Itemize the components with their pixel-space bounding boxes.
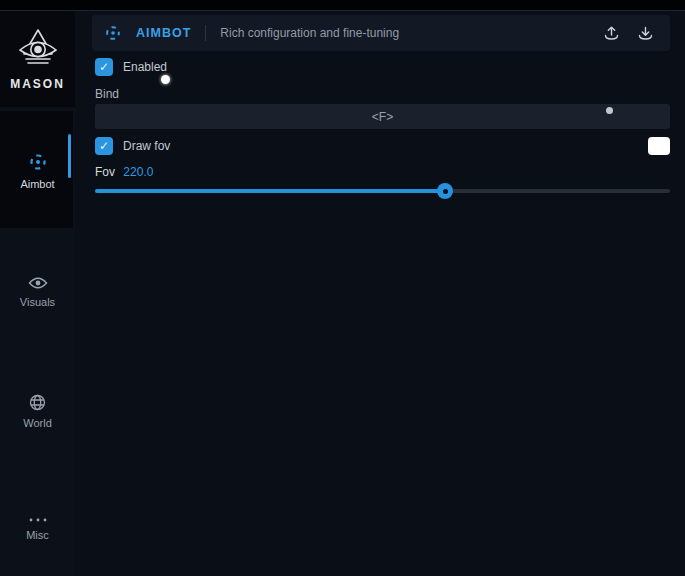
download-icon — [637, 25, 654, 42]
eye-icon — [28, 276, 48, 290]
cursor-dot — [606, 107, 613, 114]
globe-icon — [29, 394, 46, 411]
download-button[interactable] — [632, 20, 658, 46]
fov-label: Fov — [95, 165, 115, 179]
upload-button[interactable] — [598, 20, 624, 46]
header-divider — [205, 25, 206, 41]
fov-value: 220.0 — [123, 165, 153, 179]
fov-slider[interactable] — [95, 183, 670, 199]
upload-icon — [603, 25, 620, 42]
sidebar-item-visuals[interactable]: Visuals — [0, 257, 75, 327]
sidebar-item-aimbot[interactable]: Aimbot — [0, 136, 75, 206]
draw-fov-label: Draw fov — [123, 139, 170, 153]
active-tab-indicator — [68, 134, 71, 178]
cursor-dot — [161, 75, 170, 84]
logo-section: MASON — [0, 11, 75, 107]
eye-pyramid-icon — [14, 27, 62, 73]
bind-value: <F> — [372, 110, 393, 124]
draw-fov-checkbox[interactable]: ✓ — [95, 137, 113, 155]
sidebar-item-label: Misc — [26, 529, 49, 541]
sidebar-item-label: Aimbot — [20, 178, 54, 190]
sidebar-item-misc[interactable]: Misc — [0, 494, 75, 564]
sidebar-item-label: Visuals — [20, 296, 55, 308]
header-bar: AIMBOT Rich configuration and fine-tunin… — [92, 15, 670, 51]
page-subtitle: Rich configuration and fine-tuning — [220, 26, 399, 40]
sidebar-item-label: World — [23, 417, 52, 429]
bind-label: Bind — [95, 87, 119, 101]
fov-slider-fill — [95, 189, 445, 193]
checkmark-icon: ✓ — [99, 61, 109, 73]
enabled-row: ✓ Enabled — [95, 58, 167, 76]
crosshair-icon — [104, 24, 122, 42]
page: MASON Aimbot V — [0, 0, 685, 576]
crosshair-icon — [28, 152, 48, 172]
fov-label-row: Fov 220.0 — [95, 165, 153, 179]
ellipsis-icon — [28, 517, 48, 523]
fov-slider-handle[interactable] — [437, 183, 453, 199]
enabled-label: Enabled — [123, 60, 167, 74]
enabled-checkbox[interactable]: ✓ — [95, 58, 113, 76]
draw-fov-row: ✓ Draw fov — [95, 137, 170, 155]
fov-color-swatch[interactable] — [648, 137, 670, 155]
sidebar: MASON Aimbot V — [0, 11, 75, 576]
fov-slider-handle-dot — [443, 189, 448, 194]
brand-name: MASON — [10, 77, 65, 91]
bind-input[interactable]: <F> — [95, 104, 670, 129]
page-title: AIMBOT — [136, 26, 191, 40]
checkmark-icon: ✓ — [99, 140, 109, 152]
sidebar-item-world[interactable]: World — [0, 376, 75, 446]
app-window: MASON Aimbot V — [0, 10, 685, 576]
